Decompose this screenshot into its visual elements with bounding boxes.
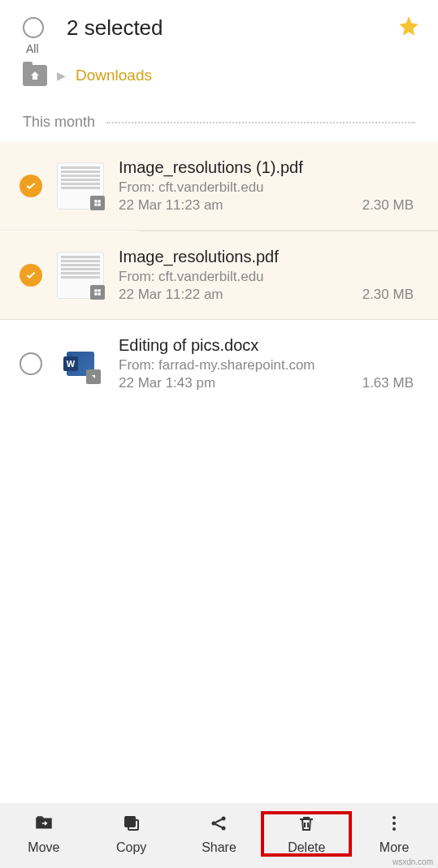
- breadcrumb-current[interactable]: Downloads: [76, 67, 152, 84]
- file-name: Editing of pics.docx: [119, 336, 417, 355]
- svg-rect-1: [125, 817, 135, 827]
- copy-button[interactable]: Copy: [88, 813, 176, 855]
- section-header: This month: [0, 93, 438, 142]
- section-divider: [106, 122, 415, 123]
- file-name: Image_resolutions.pdf: [119, 248, 417, 266]
- delete-button[interactable]: Delete: [262, 813, 350, 855]
- share-button[interactable]: Share: [176, 813, 263, 855]
- move-button[interactable]: Move: [0, 813, 88, 855]
- favorite-icon[interactable]: [397, 15, 420, 41]
- watermark: wsxdn.com: [392, 857, 433, 866]
- file-size: 1.63 MB: [362, 375, 417, 391]
- file-source: From: cft.vanderbilt.edu: [119, 179, 417, 196]
- svg-point-7: [392, 827, 396, 831]
- copy-label: Copy: [116, 840, 146, 855]
- file-info: Editing of pics.docx From: farrad-my.sha…: [119, 336, 417, 391]
- file-date: 22 Mar 11:22 am: [119, 287, 223, 303]
- file-info: Image_resolutions (1).pdf From: cft.vand…: [119, 158, 417, 214]
- file-row[interactable]: W Editing of pics.docx From: farrad-my.s…: [0, 320, 438, 408]
- file-row[interactable]: Image_resolutions.pdf From: cft.vanderbi…: [0, 231, 438, 319]
- move-label: Move: [28, 840, 59, 855]
- file-checkbox[interactable]: [20, 175, 42, 197]
- pdf-thumbnail-icon: [57, 162, 104, 209]
- file-source: From: farrad-my.sharepoint.com: [119, 357, 417, 374]
- select-all-label: All: [26, 42, 39, 55]
- share-icon: [208, 813, 229, 834]
- file-checkbox[interactable]: [20, 264, 42, 287]
- bottom-action-bar: Move Copy Share Delete More: [0, 803, 438, 868]
- file-list: Image_resolutions (1).pdf From: cft.vand…: [0, 142, 438, 803]
- more-icon: [384, 813, 405, 834]
- home-folder-icon[interactable]: [23, 65, 47, 86]
- selection-count: 2 selected: [67, 15, 397, 41]
- docx-thumbnail-icon: W: [57, 340, 104, 387]
- more-button[interactable]: More: [350, 813, 438, 855]
- chevron-right-icon: ▶: [57, 69, 66, 82]
- file-size: 2.30 MB: [362, 197, 417, 214]
- svg-point-6: [392, 822, 396, 825]
- move-icon: [33, 813, 54, 834]
- delete-label: Delete: [288, 840, 325, 855]
- file-date: 22 Mar 11:23 am: [119, 197, 223, 214]
- file-info: Image_resolutions.pdf From: cft.vanderbi…: [119, 248, 417, 303]
- header: 2 selected: [0, 0, 438, 45]
- section-label: This month: [23, 114, 95, 131]
- copy-icon: [121, 813, 142, 834]
- pdf-thumbnail-icon: [57, 252, 104, 299]
- share-label: Share: [202, 840, 236, 855]
- file-date: 22 Mar 1:43 pm: [119, 375, 215, 391]
- file-source: From: cft.vanderbilt.edu: [119, 269, 417, 285]
- trash-icon: [296, 813, 317, 834]
- file-size: 2.30 MB: [362, 287, 417, 303]
- more-label: More: [379, 840, 409, 855]
- file-name: Image_resolutions (1).pdf: [119, 158, 417, 177]
- select-all-toggle[interactable]: [23, 17, 44, 38]
- file-row[interactable]: Image_resolutions (1).pdf From: cft.vand…: [0, 142, 438, 231]
- svg-point-5: [392, 816, 396, 819]
- breadcrumb: ▶ Downloads: [0, 45, 438, 93]
- file-checkbox[interactable]: [20, 352, 42, 375]
